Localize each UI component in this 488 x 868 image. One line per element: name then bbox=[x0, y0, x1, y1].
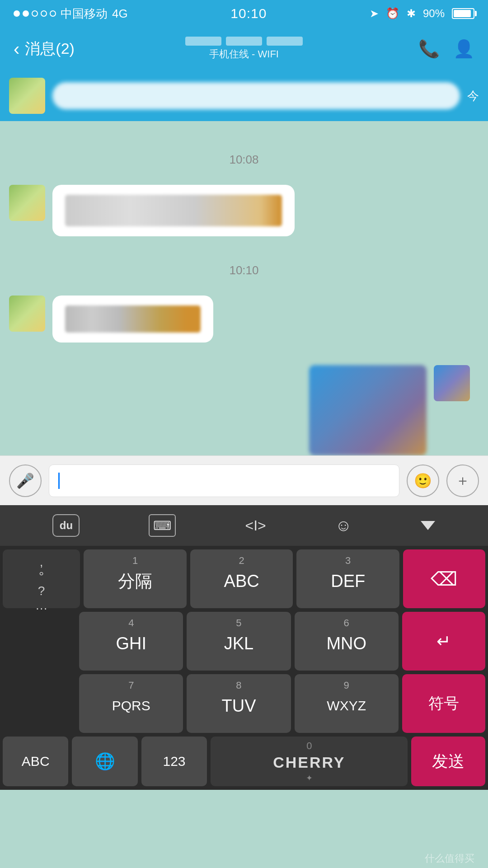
globe-icon: 🌐 bbox=[95, 752, 115, 771]
key-9-number: 9 bbox=[295, 680, 399, 691]
nav-title: 手机住线 - WIFI bbox=[185, 37, 303, 61]
text-cursor bbox=[58, 473, 60, 489]
plus-button[interactable]: ＋ bbox=[446, 464, 479, 497]
key-3-def[interactable]: 3 DEF bbox=[296, 549, 399, 608]
backspace-key[interactable]: ⌫ bbox=[403, 549, 485, 608]
keyboard-icon: ⌨ bbox=[149, 514, 176, 537]
key-abc[interactable]: ABC bbox=[3, 737, 68, 786]
chat-area: 10:08 10:10 bbox=[0, 121, 488, 455]
title-bar-3 bbox=[267, 37, 303, 46]
avatar-left-1 bbox=[9, 185, 45, 221]
dot-1 bbox=[14, 10, 20, 17]
enter-icon: ↵ bbox=[436, 631, 451, 651]
alarm-icon: ⏰ bbox=[386, 7, 399, 20]
message-row-left-1 bbox=[0, 180, 488, 241]
avatar-right-1 bbox=[434, 365, 470, 401]
special-key-left[interactable]: , ° ? … bbox=[3, 549, 80, 608]
key-6-mno[interactable]: 6 MNO bbox=[295, 612, 399, 671]
abc-label: ABC bbox=[22, 754, 50, 769]
cherry-brand-label: CHERRY bbox=[273, 754, 345, 771]
key-6-number: 6 bbox=[295, 617, 399, 629]
nav-back-button[interactable]: ‹ 消息(2) bbox=[14, 38, 75, 59]
message-bubble-top bbox=[52, 82, 460, 109]
key-5-number: 5 bbox=[187, 617, 291, 629]
message-bubble-2 bbox=[52, 296, 213, 343]
message-row-right-1 bbox=[0, 356, 488, 455]
nav-subtitle: 手机住线 - WIFI bbox=[185, 47, 303, 61]
key-globe[interactable]: 🌐 bbox=[72, 737, 137, 786]
key-1-number: 1 bbox=[84, 555, 187, 567]
special-question: ? bbox=[38, 584, 45, 598]
send-label: 发送 bbox=[432, 751, 465, 773]
key-4-number: 4 bbox=[79, 617, 183, 629]
toolbar-du-button[interactable]: du bbox=[52, 514, 80, 537]
contact-icon[interactable]: 👤 bbox=[453, 39, 474, 59]
toolbar-emoji-button[interactable]: ☺ bbox=[335, 516, 352, 535]
space-num: 0 bbox=[306, 740, 312, 752]
title-bar-2 bbox=[226, 37, 262, 46]
key-7-pqrs[interactable]: 7 PQRS bbox=[79, 674, 183, 733]
key-8-tuv[interactable]: 8 TUV bbox=[187, 674, 291, 733]
key-4-ghi[interactable]: 4 GHI bbox=[79, 612, 183, 671]
key-6-label: MNO bbox=[326, 634, 366, 653]
input-area: 🎤 🙂 ＋ bbox=[0, 455, 488, 505]
emoji-button[interactable]: 🙂 bbox=[407, 464, 439, 497]
message-content-blurred-1 bbox=[65, 195, 282, 226]
key-123[interactable]: 123 bbox=[141, 737, 207, 786]
key-9-wxyz[interactable]: 9 WXYZ bbox=[295, 674, 399, 733]
avatar-left-2 bbox=[9, 296, 45, 332]
signal-dots bbox=[14, 10, 56, 17]
du-label: du bbox=[60, 519, 73, 532]
symbol-key[interactable]: 符号 bbox=[402, 674, 485, 733]
key-2-abc[interactable]: 2 ABC bbox=[190, 549, 293, 608]
toolbar-dismiss-button[interactable] bbox=[421, 521, 435, 530]
keyboard-symbol: ⌨ bbox=[153, 518, 171, 533]
key-5-label: JKL bbox=[224, 634, 253, 653]
status-bar: 中国移动 4G 10:10 ➤ ⏰ ✱ 90% bbox=[0, 0, 488, 27]
location-icon: ➤ bbox=[370, 7, 379, 20]
avatar-top bbox=[9, 78, 45, 114]
key-9-label: WXYZ bbox=[327, 698, 366, 713]
message-input[interactable] bbox=[49, 464, 399, 497]
nav-back-label: 消息(2) bbox=[25, 38, 75, 59]
cherry-logo-icon: ✦ bbox=[306, 773, 313, 783]
key-1-label: 分隔 bbox=[118, 570, 152, 593]
time-label-top: 今 bbox=[467, 88, 479, 104]
key-3-number: 3 bbox=[296, 555, 399, 567]
plus-icon: ＋ bbox=[455, 471, 470, 491]
backspace-icon: ⌫ bbox=[431, 568, 457, 590]
key-1-fen[interactable]: 1 分隔 bbox=[84, 549, 187, 608]
toolbar-du-icon: du bbox=[52, 514, 80, 537]
enter-key[interactable]: ↵ bbox=[402, 612, 485, 671]
key-space[interactable]: 0 CHERRY ✦ bbox=[211, 737, 408, 786]
smiley-icon: ☺ bbox=[335, 516, 352, 535]
dot-2 bbox=[23, 10, 29, 17]
battery-fill bbox=[454, 10, 471, 17]
status-time: 10:10 bbox=[230, 6, 267, 21]
mic-button[interactable]: 🎤 bbox=[9, 464, 42, 497]
toolbar-cursor-button[interactable]: <I> bbox=[245, 517, 266, 534]
timestamp-1: 10:08 bbox=[0, 135, 488, 167]
timestamp-2: 10:10 bbox=[0, 254, 488, 277]
special-comma: , bbox=[40, 555, 43, 569]
key-7-label: PQRS bbox=[112, 698, 150, 713]
nav-icons: 📞 👤 bbox=[418, 39, 474, 59]
key-5-jkl[interactable]: 5 JKL bbox=[187, 612, 291, 671]
phone-icon[interactable]: 📞 bbox=[418, 39, 440, 59]
key-row-2: 4 GHI 5 JKL 6 MNO ↵ bbox=[3, 612, 485, 671]
key-4-label: GHI bbox=[116, 634, 146, 653]
dot-4 bbox=[41, 10, 47, 17]
bubble-container-2 bbox=[52, 296, 213, 343]
battery-text: 90% bbox=[423, 7, 445, 20]
key-row-1: , ° ? … 1 分隔 2 ABC 3 DEF ⌫ bbox=[3, 549, 485, 608]
message-image-right bbox=[309, 365, 427, 455]
watermark: 什么值得买 bbox=[425, 852, 474, 865]
network-label: 4G bbox=[112, 7, 128, 21]
toolbar-keyboard-button[interactable]: ⌨ bbox=[149, 514, 176, 537]
key-7-number: 7 bbox=[79, 680, 183, 691]
title-bar-1 bbox=[185, 37, 221, 46]
status-bar-right: ➤ ⏰ ✱ 90% bbox=[370, 7, 474, 20]
n123-label: 123 bbox=[163, 754, 185, 769]
carrier-label: 中国移动 bbox=[61, 6, 108, 22]
send-key[interactable]: 发送 bbox=[411, 737, 485, 786]
